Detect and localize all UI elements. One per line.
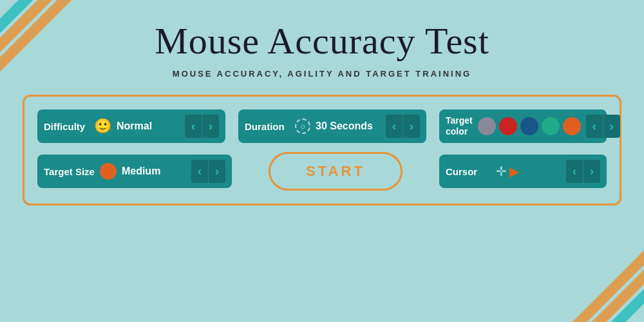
duration-widget: Duration ⊙ 30 Seconds ‹ › — [238, 109, 426, 143]
top-left-decoration — [0, 0, 77, 77]
color-dot-red[interactable] — [499, 117, 517, 135]
target-size-arrows[interactable]: ‹ › — [191, 160, 225, 183]
cursor-widget: Cursor ✛ ▶ ‹ › — [439, 155, 607, 188]
difficulty-value: Normal — [117, 120, 152, 132]
target-size-widget: Target Size Medium ‹ › — [37, 155, 232, 188]
main-panel: Difficulty 🙂 Normal ‹ › Duration ⊙ 30 Se… — [23, 95, 621, 205]
duration-value: 30 Seconds — [316, 120, 373, 132]
difficulty-widget: Difficulty 🙂 Normal ‹ › — [37, 109, 225, 143]
color-dot-teal[interactable] — [542, 117, 560, 135]
pointer-icon: ▶ — [509, 164, 519, 179]
duration-label: Duration — [245, 121, 290, 132]
cursor-label: Cursor — [446, 166, 491, 177]
cursor-arrows[interactable]: ‹ › — [566, 160, 600, 183]
target-size-prev-button[interactable]: ‹ — [191, 160, 208, 183]
panel-row-2: Target Size Medium ‹ › START Cursor ✛ ▶ … — [37, 152, 607, 191]
difficulty-next-button[interactable]: › — [202, 115, 219, 138]
duration-arrows[interactable]: ‹ › — [386, 115, 420, 138]
color-arrows[interactable]: ‹ › — [586, 115, 620, 138]
duration-prev-button[interactable]: ‹ — [386, 115, 402, 138]
panel-row-1: Difficulty 🙂 Normal ‹ › Duration ⊙ 30 Se… — [37, 109, 607, 143]
color-dot-gray[interactable] — [478, 117, 496, 135]
target-size-dot — [100, 163, 117, 180]
target-color-widget: Targetcolor ‹ › — [439, 109, 607, 143]
target-size-value: Medium — [122, 166, 160, 177]
color-dot-blue[interactable] — [520, 117, 538, 135]
cursor-next-button[interactable]: › — [583, 160, 600, 183]
page-title: Mouse Accuracy Test — [0, 19, 644, 62]
page-subtitle: MOUSE ACCURACY, AGILITY AND TARGET TRAIN… — [0, 69, 644, 79]
start-container: START — [245, 152, 426, 191]
target-color-label: Targetcolor — [446, 115, 473, 137]
difficulty-arrows[interactable]: ‹ › — [185, 115, 219, 138]
start-button[interactable]: START — [269, 152, 402, 191]
color-options — [478, 117, 581, 135]
color-next-button[interactable]: › — [603, 115, 620, 138]
color-dot-orange[interactable] — [563, 117, 581, 135]
smiley-icon: 🙂 — [94, 118, 111, 135]
target-size-next-button[interactable]: › — [209, 160, 225, 183]
crosshair-icon: ✛ — [496, 164, 507, 179]
cursor-prev-button[interactable]: ‹ — [566, 160, 583, 183]
difficulty-prev-button[interactable]: ‹ — [185, 115, 202, 138]
color-prev-button[interactable]: ‹ — [586, 115, 603, 138]
cursor-icons: ✛ ▶ — [496, 164, 519, 179]
target-size-label: Target Size — [44, 166, 95, 177]
duration-next-button[interactable]: › — [403, 115, 420, 138]
difficulty-label: Difficulty — [44, 121, 89, 132]
bottom-right-decoration — [567, 245, 644, 322]
clock-icon: ⊙ — [295, 118, 310, 134]
